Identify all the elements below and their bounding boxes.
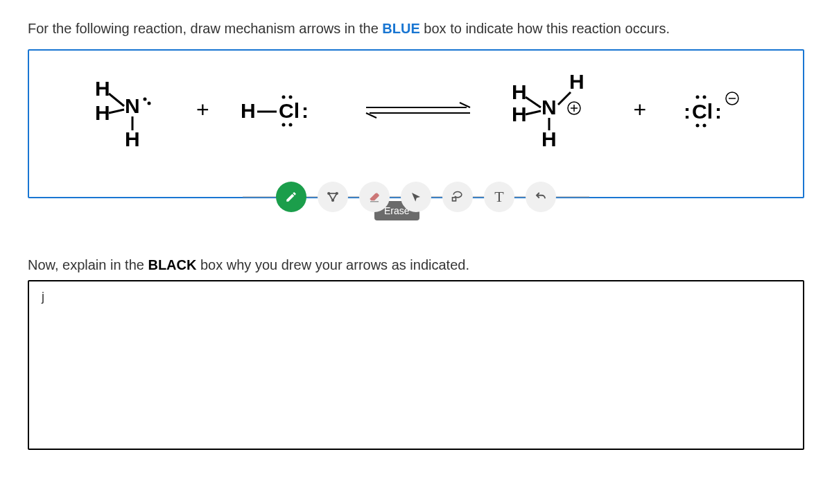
svg-line-1 (109, 94, 124, 106)
prompt-line-1: For the following reaction, draw mechani… (28, 21, 804, 37)
prompt-text-1: For the following reaction, draw mechani… (28, 21, 382, 36)
svg-rect-46 (370, 201, 379, 202)
plus-sign-1: + (196, 97, 209, 123)
cursor-icon (410, 191, 422, 203)
arrow-tool-button[interactable] (401, 182, 431, 212)
eraser-icon (368, 191, 381, 203)
svg-text::: : (302, 99, 309, 122)
svg-point-35 (695, 123, 699, 127)
svg-text:Cl: Cl (279, 99, 300, 122)
prompt2-text-2: box why you drew your arrows as indicate… (196, 257, 469, 272)
blue-drawing-box[interactable]: H H N H + H Cl : (28, 49, 804, 198)
svg-text::: : (715, 100, 722, 123)
svg-text:H: H (569, 71, 584, 93)
svg-text:H: H (241, 99, 256, 122)
svg-text:H: H (512, 103, 527, 125)
structure-icon (326, 190, 340, 204)
undo-tool-button[interactable] (526, 182, 556, 212)
svg-point-15 (289, 123, 293, 127)
svg-text:H: H (512, 80, 527, 103)
svg-line-22 (526, 111, 541, 114)
svg-line-24 (558, 92, 571, 105)
svg-text:N: N (125, 94, 140, 117)
svg-point-14 (282, 123, 286, 127)
svg-line-3 (109, 110, 124, 113)
reaction-row: H H N H + H Cl : (29, 51, 803, 168)
svg-text:H: H (541, 128, 557, 148)
svg-text:H: H (95, 77, 110, 100)
black-explanation-box[interactable]: j (28, 280, 804, 450)
svg-line-43 (329, 193, 333, 200)
svg-point-12 (282, 96, 286, 99)
reactant-hcl: H Cl : (241, 89, 331, 130)
product-chloride: : Cl : (678, 87, 744, 132)
lasso-icon (451, 190, 465, 204)
product-ammonium: H H N H H (505, 71, 602, 148)
lasso-tool-button[interactable] (442, 182, 473, 212)
pen-tool-button[interactable] (276, 182, 306, 212)
svg-point-13 (289, 96, 293, 99)
text-tool-button[interactable]: T (484, 182, 514, 212)
svg-point-34 (702, 95, 706, 98)
svg-rect-47 (453, 198, 456, 201)
svg-line-44 (333, 193, 337, 200)
drawing-toolbar: T (270, 182, 562, 212)
structure-tool-button[interactable] (318, 182, 348, 212)
equilibrium-arrow (363, 99, 474, 120)
pen-icon (285, 191, 297, 203)
prompt-line-2: Now, explain in the BLACK box why you dr… (28, 257, 804, 273)
svg-text:N: N (541, 96, 557, 119)
black-word: BLACK (148, 257, 196, 272)
svg-text:Cl: Cl (692, 100, 713, 123)
text-tool-label: T (494, 188, 503, 206)
prompt-text-2: box to indicate how this reaction occurs… (420, 21, 670, 36)
undo-icon (535, 191, 547, 203)
plus-sign-2: + (633, 97, 646, 123)
svg-text:H: H (95, 101, 110, 124)
svg-point-5 (144, 98, 147, 101)
svg-point-6 (148, 102, 151, 105)
svg-point-33 (695, 95, 699, 98)
prompt2-text-1: Now, explain in the (28, 257, 148, 272)
reactant-amine: H H N H (88, 71, 164, 148)
svg-line-20 (526, 97, 541, 107)
blue-word: BLUE (382, 21, 419, 36)
svg-text:H: H (125, 128, 140, 148)
erase-tool-button[interactable] (359, 182, 390, 212)
black-box-text: j (42, 290, 44, 304)
svg-point-36 (702, 123, 706, 127)
svg-text::: : (684, 100, 691, 123)
